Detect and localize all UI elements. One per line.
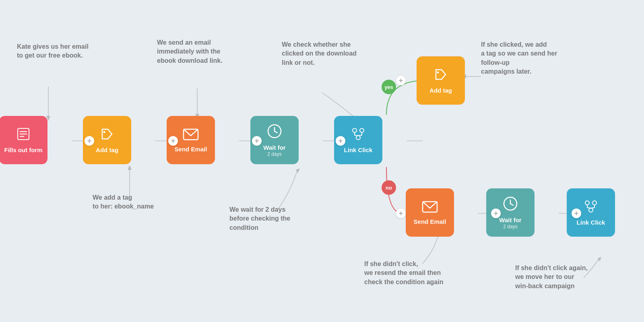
fills-form-label: Fills out form: [4, 147, 43, 154]
plus-2[interactable]: +: [168, 136, 178, 146]
plus-1[interactable]: +: [85, 136, 94, 146]
svg-marker-23: [598, 257, 601, 262]
send-email-1-label: Send Email: [175, 146, 207, 153]
clock-icon-2: [503, 196, 518, 215]
fills-form-node[interactable]: Fills out form: [0, 116, 47, 164]
svg-point-28: [103, 131, 105, 133]
form-icon: [16, 127, 31, 145]
svg-line-37: [355, 135, 358, 136]
plus-3[interactable]: +: [252, 136, 262, 146]
annotation-4: If she clicked, we adda tag so we can se…: [481, 40, 557, 76]
tag-icon-2: [433, 67, 448, 85]
wait-for-1-label: Wait for: [263, 144, 285, 151]
annotation-6: We wait for 2 daysbefore checking the co…: [229, 205, 310, 232]
annotation-2: We send an emailimmediately with theeboo…: [157, 38, 223, 65]
annotation-3: We check whether sheclicked on the downl…: [282, 40, 357, 67]
svg-line-44: [510, 204, 513, 205]
workflow-canvas: Kate gives us her emailto get our free e…: [0, 0, 644, 322]
svg-point-45: [585, 201, 589, 205]
add-tag-2-label: Add tag: [429, 87, 452, 94]
tag-icon-1: [100, 127, 114, 145]
add-tag-2-node[interactable]: Add tag: [417, 56, 465, 105]
annotation-7: If she didn't click,we resend the email …: [364, 260, 443, 287]
email-icon-2: [422, 200, 438, 217]
send-email-2-node[interactable]: Send Email: [406, 188, 454, 237]
plus-yes[interactable]: +: [396, 76, 406, 85]
plus-no[interactable]: +: [396, 208, 406, 218]
svg-line-49: [587, 208, 591, 208]
svg-point-40: [437, 71, 439, 73]
annotation-1: Kate gives us her emailto get our free e…: [17, 42, 89, 60]
svg-point-34: [360, 128, 364, 132]
annotation-8: If she didn't click again,we move her to…: [515, 264, 588, 291]
link-click-2-label: Link Click: [577, 219, 605, 226]
svg-line-32: [275, 131, 277, 133]
svg-point-47: [589, 208, 593, 212]
wait-for-2-label: Wait for: [499, 217, 521, 224]
add-tag-1-label: Add tag: [96, 147, 118, 154]
svg-marker-21: [296, 168, 300, 173]
send-email-2-label: Send Email: [414, 218, 446, 225]
clock-icon-1: [267, 124, 282, 142]
no-badge: no: [382, 180, 396, 195]
yes-badge: yes: [382, 80, 396, 94]
svg-line-39: [358, 135, 362, 136]
svg-point-35: [356, 136, 360, 140]
svg-point-46: [592, 201, 597, 205]
wait-for-2-sublabel: 2 days: [503, 224, 517, 229]
svg-marker-20: [128, 165, 132, 170]
plus-5[interactable]: +: [491, 208, 501, 218]
branch-icon-2: [583, 199, 599, 217]
svg-point-33: [353, 128, 357, 132]
plus-6[interactable]: +: [572, 208, 581, 218]
email-icon-1: [183, 127, 199, 144]
link-click-1-label: Link Click: [344, 147, 373, 154]
svg-line-51: [591, 208, 594, 208]
annotation-5: We add a tagto her: ebook_name: [93, 193, 154, 211]
wait-for-1-sublabel: 2 days: [267, 151, 281, 157]
branch-icon-1: [351, 126, 366, 145]
plus-4[interactable]: +: [336, 136, 345, 146]
